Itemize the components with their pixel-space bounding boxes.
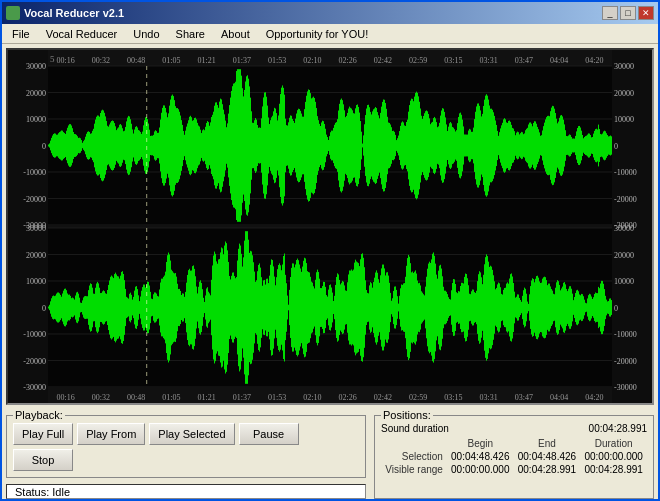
menu-vocal-reducer[interactable]: Vocal Reducer xyxy=(38,26,126,42)
menu-opportunity[interactable]: Opportunity for YOU! xyxy=(258,26,377,42)
play-from-button[interactable]: Play From xyxy=(77,423,145,445)
visible-range-end: 00:04:28.991 xyxy=(514,463,581,476)
selection-label: Selection xyxy=(381,450,447,463)
visible-range-duration: 00:04:28.991 xyxy=(580,463,647,476)
pause-button[interactable]: Pause xyxy=(239,423,299,445)
visible-range-begin: 00:00:00.000 xyxy=(447,463,514,476)
play-full-button[interactable]: Play Full xyxy=(13,423,73,445)
menu-undo[interactable]: Undo xyxy=(125,26,167,42)
positions-group: Positions: Sound duration 00:04:28.991 B… xyxy=(374,409,654,499)
selection-begin: 00:04:48.426 xyxy=(447,450,514,463)
status-bar: Status: Idle xyxy=(6,484,366,499)
title-bar: Vocal Reducer v2.1 _ □ ✕ xyxy=(2,2,658,24)
title-controls: _ □ ✕ xyxy=(602,6,654,20)
selection-duration: 00:00:00.000 xyxy=(580,450,647,463)
main-window: Vocal Reducer v2.1 _ □ ✕ File Vocal Redu… xyxy=(0,0,660,501)
col-begin: Begin xyxy=(447,437,514,450)
visible-range-label: Visible range xyxy=(381,463,447,476)
main-content: Playback: Play Full Play From Play Selec… xyxy=(2,44,658,501)
status-text: Status: Idle xyxy=(15,486,70,498)
positions-table: Begin End Duration Selection 00:04:48.42… xyxy=(381,437,647,476)
playback-label: Playback: xyxy=(13,409,65,421)
menu-share[interactable]: Share xyxy=(168,26,213,42)
close-button[interactable]: ✕ xyxy=(638,6,654,20)
stop-button[interactable]: Stop xyxy=(13,449,73,471)
table-row: Selection 00:04:48.426 00:04:48.426 00:0… xyxy=(381,450,647,463)
col-empty xyxy=(381,437,447,450)
table-row: Visible range 00:00:00.000 00:04:28.991 … xyxy=(381,463,647,476)
playback-buttons: Play Full Play From Play Selected Pause … xyxy=(13,423,359,471)
title-bar-text: Vocal Reducer v2.1 xyxy=(6,6,124,20)
menu-bar: File Vocal Reducer Undo Share About Oppo… xyxy=(2,24,658,44)
sound-duration-row: Sound duration 00:04:28.991 xyxy=(381,423,647,434)
sound-duration-label: Sound duration xyxy=(381,423,449,434)
play-selected-button[interactable]: Play Selected xyxy=(149,423,234,445)
positions-label: Positions: xyxy=(381,409,433,421)
playback-group: Playback: Play Full Play From Play Selec… xyxy=(6,409,366,478)
selection-end: 00:04:48.426 xyxy=(514,450,581,463)
waveform-container[interactable] xyxy=(6,48,654,405)
minimize-button[interactable]: _ xyxy=(602,6,618,20)
bottom-panel: Playback: Play Full Play From Play Selec… xyxy=(6,409,654,499)
maximize-button[interactable]: □ xyxy=(620,6,636,20)
col-end: End xyxy=(514,437,581,450)
sound-duration-value: 00:04:28.991 xyxy=(589,423,647,434)
app-icon xyxy=(6,6,20,20)
col-duration: Duration xyxy=(580,437,647,450)
menu-file[interactable]: File xyxy=(4,26,38,42)
menu-about[interactable]: About xyxy=(213,26,258,42)
window-title: Vocal Reducer v2.1 xyxy=(24,7,124,19)
